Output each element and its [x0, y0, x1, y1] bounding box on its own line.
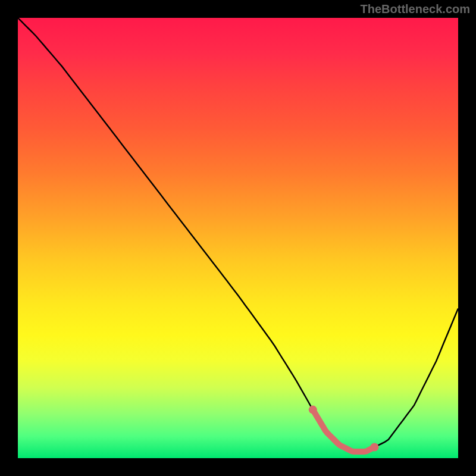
watermark-text: TheBottleneck.com — [361, 2, 470, 16]
bottleneck-curve-line — [18, 18, 458, 452]
chart-svg — [18, 18, 458, 458]
chart-area — [18, 18, 458, 458]
optimal-range-highlight — [313, 410, 375, 452]
optimal-range-end-dot — [370, 443, 378, 452]
optimal-range-start-dot — [309, 406, 317, 414]
